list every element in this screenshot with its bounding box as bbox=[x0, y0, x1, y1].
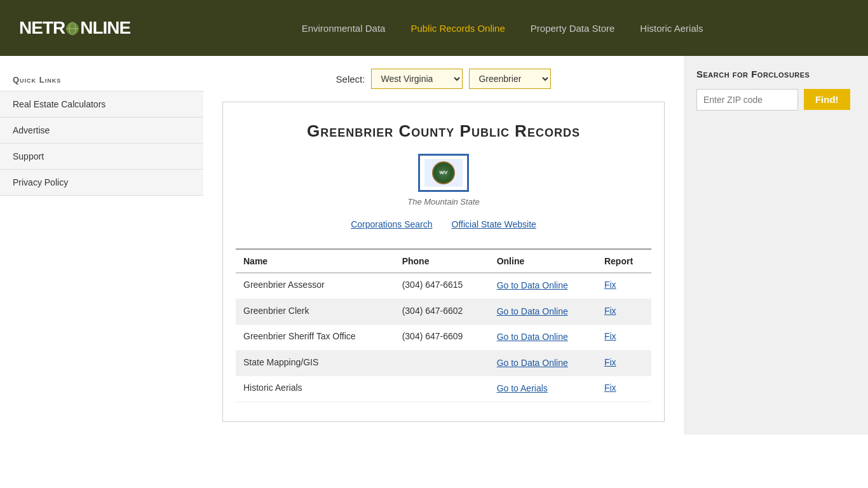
table-row: Greenbrier Clerk(304) 647-6602Go to Data… bbox=[236, 299, 651, 325]
record-online: Go to Data Online bbox=[489, 325, 597, 351]
table-row: State Mapping/GISGo to Data OnlineFix bbox=[236, 350, 651, 376]
record-phone: (304) 647-6615 bbox=[395, 273, 489, 299]
fix-report-link[interactable]: Fix bbox=[604, 383, 616, 393]
state-flag: WV bbox=[418, 154, 469, 192]
state-flag-container: WV The Mountain State bbox=[236, 154, 651, 207]
record-name: State Mapping/GIS bbox=[236, 350, 395, 376]
county-records: Greenbrier County Public Records WV The … bbox=[222, 102, 665, 422]
nav-property-data-store[interactable]: Property Data Store bbox=[531, 23, 615, 34]
fix-report-link[interactable]: Fix bbox=[604, 357, 616, 367]
col-header-name: Name bbox=[236, 249, 395, 273]
record-name: Historic Aerials bbox=[236, 376, 395, 402]
record-online: Go to Data Online bbox=[489, 350, 597, 376]
record-name: Greenbrier Assessor bbox=[236, 273, 395, 299]
state-name-caption: The Mountain State bbox=[407, 197, 479, 207]
sidebar-item-privacy-policy[interactable]: Privacy Policy bbox=[0, 169, 203, 196]
county-select[interactable]: Greenbrier bbox=[469, 69, 551, 89]
go-to-data-online-link[interactable]: Go to Data Online bbox=[497, 280, 589, 292]
flag-inner: WV bbox=[424, 159, 463, 187]
records-table: Name Phone Online Report Greenbrier Asse… bbox=[236, 248, 651, 402]
main-nav: Environmental Data Public Records Online… bbox=[156, 23, 849, 34]
record-name: Greenbrier Clerk bbox=[236, 299, 395, 325]
foreclosure-search: Find! bbox=[696, 89, 855, 111]
flag-seal: WV bbox=[432, 161, 455, 184]
content-area: Select: West Virginia Greenbrier Greenbr… bbox=[203, 56, 684, 435]
record-phone: (304) 647-6602 bbox=[395, 299, 489, 325]
corporations-search-link[interactable]: Corporations Search bbox=[351, 219, 432, 229]
record-report: Fix bbox=[597, 376, 651, 402]
record-online: Go to Aerials bbox=[489, 376, 597, 402]
quick-links-header: Quick Links bbox=[0, 69, 203, 91]
records-tbody: Greenbrier Assessor(304) 647-6615Go to D… bbox=[236, 273, 651, 402]
record-online: Go to Data Online bbox=[489, 273, 597, 299]
right-sidebar: Search for Forclosures Find! bbox=[684, 56, 868, 435]
select-label: Select: bbox=[336, 74, 365, 85]
fix-report-link[interactable]: Fix bbox=[604, 331, 616, 341]
record-phone: (304) 647-6609 bbox=[395, 325, 489, 351]
logo[interactable]: NETRNLINE bbox=[19, 18, 130, 38]
record-report: Fix bbox=[597, 299, 651, 325]
county-title: Greenbrier County Public Records bbox=[236, 121, 651, 141]
fix-report-link[interactable]: Fix bbox=[604, 280, 616, 290]
main-layout: Quick Links Real Estate Calculators Adve… bbox=[0, 56, 868, 435]
col-header-report: Report bbox=[597, 249, 651, 273]
logo-globe-svg bbox=[65, 18, 80, 37]
record-report: Fix bbox=[597, 325, 651, 351]
record-report: Fix bbox=[597, 273, 651, 299]
go-to-data-online-link[interactable]: Go to Aerials bbox=[497, 383, 589, 395]
sidebar-item-advertise[interactable]: Advertise bbox=[0, 117, 203, 143]
sidebar-item-support[interactable]: Support bbox=[0, 143, 203, 169]
flag-seal-inner: WV bbox=[440, 170, 448, 176]
table-row: Greenbrier Assessor(304) 647-6615Go to D… bbox=[236, 273, 651, 299]
table-row: Greenbrier Sheriff Tax Office(304) 647-6… bbox=[236, 325, 651, 351]
record-report: Fix bbox=[597, 350, 651, 376]
nav-public-records-online[interactable]: Public Records Online bbox=[410, 23, 505, 34]
col-header-online: Online bbox=[489, 249, 597, 273]
record-phone bbox=[395, 376, 489, 402]
record-name: Greenbrier Sheriff Tax Office bbox=[236, 325, 395, 351]
sidebar: Quick Links Real Estate Calculators Adve… bbox=[0, 56, 203, 435]
zip-input[interactable] bbox=[696, 89, 798, 111]
go-to-data-online-link[interactable]: Go to Data Online bbox=[497, 331, 589, 344]
header: NETRNLINE Environmental Data Public Reco… bbox=[0, 0, 868, 56]
sidebar-item-real-estate-calculators[interactable]: Real Estate Calculators bbox=[0, 91, 203, 117]
state-links: Corporations Search Official State Websi… bbox=[236, 219, 651, 229]
state-select[interactable]: West Virginia bbox=[371, 69, 463, 89]
logo-area: NETRNLINE bbox=[19, 18, 130, 38]
nav-historic-aerials[interactable]: Historic Aerials bbox=[640, 23, 703, 34]
fix-report-link[interactable]: Fix bbox=[604, 306, 616, 316]
table-row: Historic AerialsGo to AerialsFix bbox=[236, 376, 651, 402]
official-state-website-link[interactable]: Official State Website bbox=[452, 219, 536, 229]
select-area: Select: West Virginia Greenbrier bbox=[222, 69, 665, 89]
go-to-data-online-link[interactable]: Go to Data Online bbox=[497, 357, 589, 370]
record-phone bbox=[395, 350, 489, 376]
record-online: Go to Data Online bbox=[489, 299, 597, 325]
nav-environmental-data[interactable]: Environmental Data bbox=[302, 23, 386, 34]
find-button[interactable]: Find! bbox=[804, 89, 850, 110]
col-header-phone: Phone bbox=[395, 249, 489, 273]
foreclosure-title: Search for Forclosures bbox=[696, 69, 855, 79]
go-to-data-online-link[interactable]: Go to Data Online bbox=[497, 306, 589, 318]
